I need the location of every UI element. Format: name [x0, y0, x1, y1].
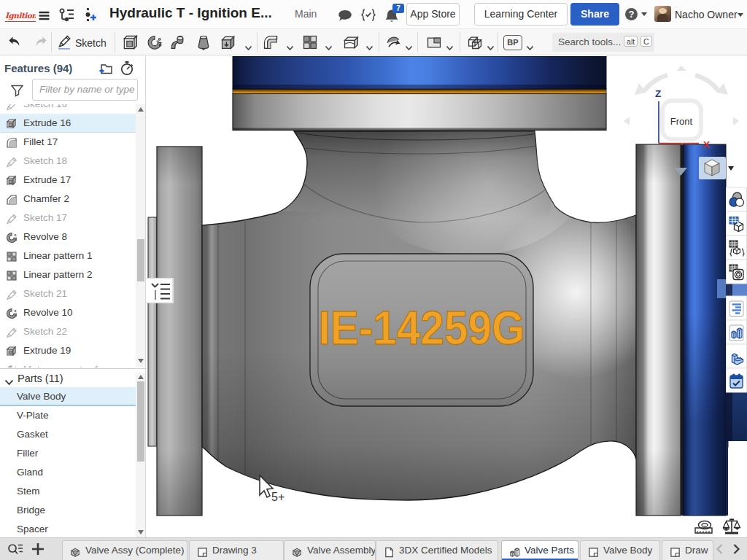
search-tools-input[interactable]: Search tools... alt C: [552, 33, 654, 52]
plane-dropdown-icon[interactable]: [446, 40, 453, 44]
shell-tool-icon[interactable]: [343, 34, 359, 50]
feature-row[interactable]: Fillet 17: [0, 133, 136, 152]
modify-dropdown-icon[interactable]: [406, 40, 412, 44]
valve-3d-model[interactable]: IE-14259G: [148, 56, 747, 537]
document-tab[interactable]: Draw: [662, 540, 713, 560]
linear-pattern-dropdown-icon[interactable]: [325, 40, 332, 44]
parts-bars-icon[interactable]: [729, 325, 743, 341]
notes-list-icon[interactable]: [729, 301, 743, 316]
shell-dropdown-icon[interactable]: [366, 40, 373, 44]
view-orientation-label[interactable]: Front: [670, 116, 693, 127]
linear-pattern-tool-icon[interactable]: [302, 34, 318, 50]
sketch-tool-label[interactable]: Sketch: [75, 37, 107, 49]
user-avatar[interactable]: [654, 6, 671, 22]
document-tab[interactable]: 3DX Certified Models: [376, 540, 498, 560]
feature-row[interactable]: Extrude 17: [0, 171, 136, 190]
rollback-stopwatch-icon[interactable]: [120, 61, 134, 76]
tasks-icon[interactable]: [360, 7, 376, 23]
feature-row[interactable]: Sketch 22: [0, 322, 136, 341]
parts-section-header[interactable]: Parts (11): [18, 373, 63, 384]
document-tab[interactable]: Valve Body: [580, 540, 660, 560]
versions-history-icon[interactable]: [58, 7, 74, 23]
scroll-up-icon[interactable]: [138, 375, 144, 379]
part-row[interactable]: Filler: [0, 444, 136, 463]
tab-scroll-right-icon[interactable]: [730, 543, 742, 555]
boolean-dropdown-icon[interactable]: [487, 40, 494, 44]
feature-row[interactable]: Linear pattern 2: [0, 265, 136, 284]
part-row[interactable]: Valve Body: [0, 387, 136, 406]
insert-version-icon[interactable]: [82, 7, 98, 23]
parts-section-chevron-icon[interactable]: [5, 375, 13, 380]
workspace-name[interactable]: Main: [295, 8, 317, 20]
gasket-ring[interactable]: [233, 89, 606, 94]
ignition-logo[interactable]: Ignition: [5, 11, 36, 22]
scrollbar-thumb[interactable]: [137, 381, 144, 462]
add-tab-icon[interactable]: [31, 542, 44, 556]
undo-icon[interactable]: [7, 34, 23, 50]
parts-scrollbar[interactable]: [136, 373, 145, 537]
feature-row[interactable]: Sketch 17: [0, 209, 136, 228]
part-row[interactable]: V-Plate: [0, 406, 136, 425]
custom-feature-bp-icon[interactable]: BP: [503, 35, 522, 50]
app-store-button[interactable]: App Store: [406, 3, 460, 26]
comments-icon[interactable]: [338, 9, 352, 22]
document-tab[interactable]: Valve Assy (Complete): [62, 540, 187, 560]
learning-center-button[interactable]: Learning Center: [474, 3, 568, 26]
hamburger-menu-icon[interactable]: [38, 9, 50, 22]
custom-feature-dropdown-icon[interactable]: [527, 40, 533, 44]
part-row[interactable]: Stem: [0, 482, 136, 501]
document-tab[interactable]: Valve Parts: [501, 540, 578, 560]
feature-row[interactable]: Revolve 8: [0, 228, 136, 246]
left-flange-boss-face[interactable]: [148, 217, 157, 446]
part-row[interactable]: Bridge: [0, 501, 136, 520]
filter-input[interactable]: Filter by name or type: [32, 79, 138, 101]
feature-row[interactable]: Sketch 18: [0, 152, 136, 171]
view-orientation-caret-icon[interactable]: [728, 166, 734, 171]
feature-row[interactable]: Revolve 10: [0, 303, 136, 322]
extrude-tool-icon[interactable]: [122, 34, 138, 50]
fillet-tool-icon[interactable]: [263, 34, 279, 50]
revolve-tool-icon[interactable]: [147, 34, 163, 50]
thicken-tool-icon[interactable]: [220, 34, 236, 50]
engraving-pad[interactable]: IE-14259G: [310, 254, 533, 406]
sweep-tool-icon[interactable]: [170, 34, 186, 50]
feature-row[interactable]: Extrude 16: [0, 114, 136, 133]
feature-row[interactable]: Chamfer 2: [0, 190, 136, 209]
feature-row[interactable]: Sketch 21: [0, 284, 136, 303]
fillet-dropdown-icon[interactable]: [287, 40, 293, 44]
scroll-up-icon[interactable]: [138, 107, 144, 112]
view-orientation-button[interactable]: [699, 157, 734, 179]
scroll-down-icon[interactable]: [138, 359, 144, 363]
bonnet-flange[interactable]: [233, 94, 606, 131]
redo-icon[interactable]: [33, 34, 49, 50]
model-canvas[interactable]: IE-14259G Front Z X: [146, 56, 747, 537]
tape-measure-icon[interactable]: [695, 521, 712, 534]
feature-row[interactable]: Extrude 19: [0, 341, 136, 360]
plane-tool-icon[interactable]: [426, 34, 442, 50]
boolean-tool-icon[interactable]: [467, 34, 483, 50]
graphics-viewport[interactable]: IE-14259G Front Z X: [146, 56, 747, 537]
features-scrollbar[interactable]: [136, 104, 145, 368]
tab-manager-icon[interactable]: [7, 542, 23, 556]
sketch-tool-icon[interactable]: [57, 34, 73, 50]
feature-row[interactable]: Linear pattern 1: [0, 246, 136, 265]
loft-tool-icon[interactable]: [196, 34, 212, 50]
thicken-dropdown-icon[interactable]: [245, 40, 252, 44]
tab-scroll-left-icon[interactable]: [714, 543, 726, 555]
scroll-down-icon[interactable]: [138, 530, 144, 534]
add-folder-icon[interactable]: [98, 63, 112, 74]
part-row[interactable]: Gasket: [0, 425, 136, 444]
document-tab[interactable]: Drawing 3: [189, 540, 284, 560]
document-title[interactable]: Hydraulic T - Ignition E...: [109, 5, 272, 21]
part-row[interactable]: Gland: [0, 463, 136, 482]
help-menu-icon[interactable]: ?: [625, 8, 638, 20]
tasks-check-icon[interactable]: [730, 374, 743, 389]
user-name[interactable]: Nacho Owner: [675, 9, 738, 20]
feature-row[interactable]: Mate connector 1: [0, 360, 136, 368]
share-button[interactable]: Share: [570, 3, 619, 26]
document-tab[interactable]: Valve Assembly: [284, 540, 376, 560]
modify-fillet-tool-icon[interactable]: [385, 34, 401, 50]
bonnet-blue-part[interactable]: [233, 56, 606, 89]
scrollbar-thumb[interactable]: [137, 239, 144, 281]
part-row[interactable]: Spacer: [0, 520, 136, 537]
